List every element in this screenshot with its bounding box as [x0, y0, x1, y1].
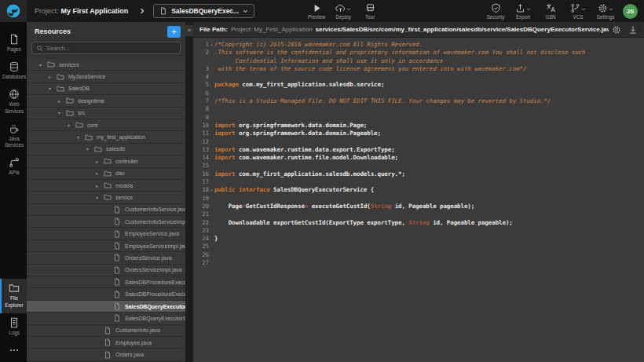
artefact-dropdown[interactable]: SalesDBQueryExec...	[153, 4, 254, 18]
tree-item[interactable]: SalesDBProcedureExecutorServiceImpl.java	[27, 288, 185, 300]
i18n-button[interactable]: i18N	[540, 2, 561, 20]
chevron-down-icon[interactable]	[346, 7, 351, 12]
code-line[interactable]: 23	[193, 227, 644, 235]
code-line[interactable]: 13import com.wavemaker.runtime.data.expo…	[193, 146, 644, 154]
tree-item[interactable]: SalesDBQueryExecutorService.java	[27, 301, 185, 313]
editor-settings-gear-icon[interactable]	[612, 25, 621, 35]
code-line[interactable]: 2 This software is the confidential and …	[193, 49, 644, 57]
search-input[interactable]	[46, 45, 176, 52]
tree-item[interactable]: ▸dao	[27, 168, 185, 180]
wavemaker-logo[interactable]	[0, 0, 27, 22]
code-line[interactable]: 19	[193, 195, 644, 203]
caret-down-icon[interactable]: ▾	[58, 110, 66, 115]
code-line[interactable]: 8	[193, 105, 644, 113]
code-line[interactable]: 20 Page<GetCustIdResponse> executeGetCus…	[193, 203, 644, 210]
security-button[interactable]: Security	[485, 2, 506, 20]
code-editor[interactable]: 1▾/*Copyright (c) 2015-2016 wavemaker.co…	[193, 38, 644, 362]
code-line[interactable]: 14import com.wavemaker.runtime.file.mode…	[193, 154, 644, 162]
tree-item[interactable]: ▾service	[27, 192, 185, 203]
code-line[interactable]: 3 with the terms of the source code lice…	[193, 65, 644, 73]
settings-button[interactable]: Settings	[595, 2, 616, 20]
code-line[interactable]: 5package com.my_first_application.salesd…	[193, 81, 644, 89]
caret-right-icon[interactable]: ▸	[96, 170, 104, 176]
tree-item[interactable]: SalesDBProcedureExecutorService.java	[27, 276, 185, 288]
caret-down-icon[interactable]: ▾	[39, 62, 47, 68]
code-line[interactable]: 22 Downloadable exportGetCustId(ExportTy…	[193, 219, 644, 227]
caret-down-icon[interactable]: ▾	[96, 195, 104, 200]
caret-down-icon[interactable]: ▾	[49, 86, 57, 91]
code-line[interactable]: 12	[193, 138, 644, 146]
code-line[interactable]: 1▾/*Copyright (c) 2015-2016 wavemaker.co…	[193, 41, 644, 49]
tree-item[interactable]: ▸MyJavaService	[27, 71, 185, 82]
tree-item[interactable]: SalesDBQueryExecutorServiceImpl.java	[27, 313, 185, 324]
code-line[interactable]: 9	[193, 114, 644, 122]
tree-item[interactable]: ▾SalesDB	[27, 83, 185, 95]
tree-item[interactable]: ▾my_first_application	[27, 131, 185, 143]
sidebar-item-file-explorer[interactable]: File Explorer	[0, 279, 27, 313]
sidebar-item-logs[interactable]: Logs	[0, 313, 27, 341]
export-icon	[515, 3, 525, 13]
code-line[interactable]: 27	[193, 259, 644, 267]
deploy-button[interactable]: Deploy	[333, 2, 353, 20]
chevron-down-icon[interactable]	[609, 7, 613, 12]
code-line[interactable]: 6	[193, 90, 644, 97]
code-line[interactable]: 10import org.springframework.data.domain…	[193, 122, 644, 130]
code-line[interactable]: 7/*This is a Studio Managed File. DO NOT…	[193, 97, 644, 105]
code-line[interactable]: 18▾public interface SalesDBQueryExecutor…	[193, 186, 644, 194]
code-line[interactable]: 24}	[193, 235, 644, 243]
tree-item[interactable]: EmployeeServiceImpl.java	[27, 240, 185, 252]
sidebar-item-web-services[interactable]: Web Services	[0, 85, 27, 119]
caret-right-icon[interactable]: ▸	[49, 74, 57, 79]
fold-marker-icon[interactable]: ▾	[209, 41, 214, 49]
tour-button[interactable]: Tour	[360, 2, 380, 20]
breadcrumb: Project:My First Application	[35, 7, 128, 15]
tree-item[interactable]: OrdersServiceImpl.java	[27, 265, 185, 276]
vcs-button[interactable]: VCS	[568, 2, 588, 20]
tree-item[interactable]: ▾services	[27, 59, 185, 71]
caret-right-icon[interactable]: ▸	[96, 159, 104, 164]
caret-down-icon[interactable]: ▾	[86, 146, 94, 152]
collapse-panel-button[interactable]: «	[185, 25, 193, 36]
code-line[interactable]: 11import org.springframework.data.domain…	[193, 130, 644, 137]
tree-item[interactable]: OrdersService.java	[27, 252, 185, 264]
code-line[interactable]: 21	[193, 210, 644, 218]
tree-item[interactable]: EmployeeService.java	[27, 228, 185, 240]
search-icon	[36, 45, 43, 52]
caret-right-icon[interactable]: ▸	[96, 183, 104, 188]
caret-down-icon[interactable]: ▾	[68, 122, 75, 128]
sidebar-item-databases[interactable]: Databases	[0, 57, 27, 85]
caret-down-icon[interactable]: ▾	[77, 134, 85, 140]
code-line[interactable]: 4	[193, 73, 644, 81]
tree-item[interactable]: ▾salesdb	[27, 144, 185, 155]
user-avatar[interactable]: JS	[623, 4, 638, 19]
tree-item[interactable]: ▸models	[27, 180, 185, 192]
sidebar-item-pages[interactable]: Pages	[0, 30, 27, 57]
tree-item[interactable]: ▾com	[27, 119, 185, 131]
sidebar-item-apis[interactable]: APIs	[0, 153, 27, 181]
code-line[interactable]: 17	[193, 178, 644, 186]
tree-item[interactable]: CustomerInfo.java	[27, 325, 185, 337]
code-line[interactable]: 26	[193, 251, 644, 259]
code-line[interactable]: Confidential Information and shall use i…	[193, 57, 644, 65]
tree-item[interactable]: Employee.java	[27, 337, 185, 349]
tree-item[interactable]: CustomerInfoServiceImpl.java	[27, 216, 185, 228]
chevron-down-icon[interactable]	[526, 7, 531, 12]
fold-marker-icon[interactable]: ▾	[209, 186, 214, 194]
tree-item[interactable]: ▸designtime	[27, 95, 185, 107]
download-file-icon[interactable]	[628, 25, 638, 35]
code-line[interactable]: 25	[193, 243, 644, 250]
preview-button[interactable]: Preview	[306, 2, 327, 20]
sidebar-item-more[interactable]	[0, 341, 27, 362]
caret-right-icon[interactable]: ▸	[58, 98, 66, 104]
tree-item[interactable]: ▸controller	[27, 155, 185, 167]
export-button[interactable]: Export	[513, 2, 533, 20]
code-line[interactable]: 16import com.my_first_application.salesd…	[193, 170, 644, 178]
project-name[interactable]: My First Application	[61, 7, 129, 15]
tree-item[interactable]: CustomerInfoService.java	[27, 204, 185, 216]
add-resource-button[interactable]: +	[167, 26, 181, 38]
tree-item[interactable]: Orders.java	[27, 349, 185, 360]
code-line[interactable]: 15	[193, 162, 644, 170]
chevron-down-icon[interactable]	[581, 7, 586, 12]
sidebar-item-java-services[interactable]: Java Services	[0, 119, 27, 153]
tree-item[interactable]: ▾src	[27, 108, 185, 119]
